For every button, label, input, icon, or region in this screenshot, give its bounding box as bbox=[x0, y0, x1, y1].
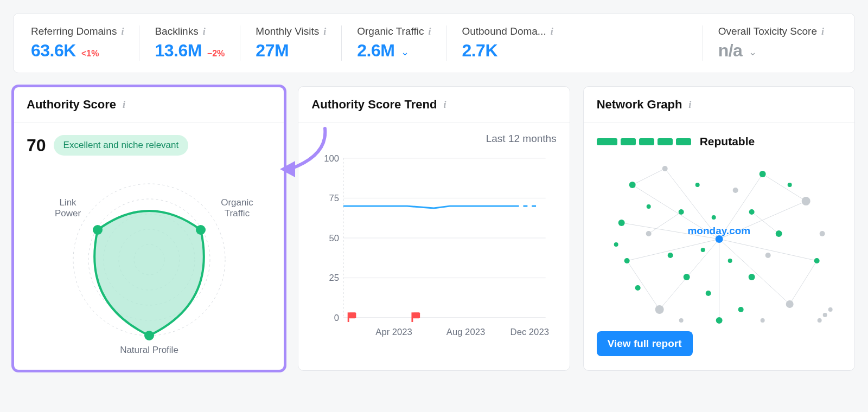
svg-line-39 bbox=[762, 174, 806, 201]
svg-point-6 bbox=[196, 225, 206, 235]
svg-text:Dec 2023: Dec 2023 bbox=[510, 327, 549, 337]
card-title: Authority Score Trend bbox=[311, 98, 437, 112]
card-authority-score: Authority Score i 70 Excellent and niche… bbox=[13, 86, 285, 371]
svg-point-51 bbox=[716, 317, 722, 324]
info-icon[interactable]: i bbox=[323, 26, 326, 37]
svg-point-60 bbox=[732, 188, 738, 193]
view-full-report-button[interactable]: View full report bbox=[597, 331, 693, 356]
card-authority-trend: Authority Score Trend i Last 12 months 1… bbox=[298, 86, 570, 371]
reputation-bar bbox=[597, 138, 691, 145]
svg-text:100: 100 bbox=[324, 153, 340, 164]
svg-rect-23 bbox=[413, 312, 420, 318]
network-graph-visual[interactable]: monday.com bbox=[597, 152, 841, 331]
flag-icon bbox=[412, 312, 420, 322]
metric-value: 27M bbox=[256, 41, 289, 61]
svg-line-35 bbox=[659, 239, 719, 310]
card-title: Network Graph bbox=[597, 98, 682, 112]
svg-point-46 bbox=[662, 166, 667, 171]
svg-point-54 bbox=[618, 220, 624, 226]
radar-axis-link-power: LinkPower bbox=[55, 197, 81, 218]
svg-point-70 bbox=[635, 285, 640, 291]
flag-icon bbox=[348, 312, 356, 322]
svg-point-74 bbox=[727, 259, 732, 263]
svg-point-75 bbox=[700, 248, 705, 252]
metrics-bar: Referring Domains i 63.6K <1% Backlinks … bbox=[13, 13, 855, 73]
svg-point-71 bbox=[760, 318, 764, 323]
svg-point-56 bbox=[646, 231, 651, 236]
svg-point-59 bbox=[695, 183, 699, 187]
info-icon[interactable]: i bbox=[443, 99, 446, 111]
svg-point-53 bbox=[624, 258, 629, 263]
info-icon[interactable]: i bbox=[121, 26, 124, 37]
info-icon[interactable]: i bbox=[123, 99, 125, 111]
reputation-label: Reputable bbox=[700, 135, 755, 148]
authority-radar-chart: LinkPower OrganicTraffic Natural Profile bbox=[27, 162, 271, 357]
info-icon[interactable]: i bbox=[203, 26, 206, 37]
metric-label: Outbound Doma... bbox=[462, 25, 546, 37]
svg-point-48 bbox=[801, 197, 810, 205]
trend-range-label: Last 12 months bbox=[486, 133, 557, 145]
svg-line-33 bbox=[719, 239, 789, 304]
svg-point-47 bbox=[759, 171, 765, 177]
svg-text:75: 75 bbox=[329, 193, 340, 203]
svg-point-72 bbox=[679, 318, 683, 323]
svg-point-64 bbox=[667, 253, 673, 258]
svg-line-41 bbox=[789, 261, 816, 304]
card-title: Authority Score bbox=[27, 98, 116, 112]
svg-point-63 bbox=[765, 253, 770, 258]
metric-organic-traffic[interactable]: Organic Traffic i 2.6M ⌄ bbox=[341, 25, 446, 61]
svg-point-69 bbox=[819, 231, 825, 236]
svg-point-78 bbox=[817, 318, 821, 323]
metric-outbound-domains: Outbound Doma... i 2.7K bbox=[446, 25, 568, 61]
svg-point-50 bbox=[786, 300, 793, 308]
svg-point-68 bbox=[787, 183, 792, 187]
network-center-label: monday.com bbox=[687, 225, 750, 237]
svg-point-7 bbox=[144, 331, 154, 340]
svg-rect-21 bbox=[349, 312, 356, 318]
info-icon[interactable]: i bbox=[428, 26, 431, 37]
svg-point-77 bbox=[822, 313, 827, 317]
svg-point-49 bbox=[814, 258, 819, 263]
svg-point-55 bbox=[678, 209, 684, 215]
svg-point-45 bbox=[629, 182, 635, 188]
metric-toxicity-score[interactable]: Overall Toxicity Score i n/a ⌄ bbox=[703, 25, 839, 61]
svg-point-58 bbox=[775, 230, 782, 237]
svg-point-79 bbox=[828, 307, 832, 312]
svg-line-36 bbox=[627, 239, 719, 261]
svg-point-57 bbox=[749, 209, 754, 215]
info-icon[interactable]: i bbox=[551, 26, 553, 37]
metric-delta: −2% bbox=[207, 49, 225, 59]
svg-text:Aug 2023: Aug 2023 bbox=[446, 327, 485, 337]
chevron-down-icon[interactable]: ⌄ bbox=[749, 46, 757, 58]
svg-rect-24 bbox=[412, 312, 413, 322]
info-icon[interactable]: i bbox=[688, 99, 691, 111]
metric-label: Referring Domains bbox=[31, 25, 117, 37]
radar-axis-organic-traffic: OrganicTraffic bbox=[221, 197, 253, 218]
svg-point-61 bbox=[683, 274, 690, 280]
svg-point-67 bbox=[646, 204, 650, 209]
metric-value: 13.6M bbox=[155, 41, 201, 61]
svg-rect-22 bbox=[348, 312, 349, 322]
info-icon[interactable]: i bbox=[821, 26, 824, 37]
svg-point-73 bbox=[614, 242, 618, 247]
svg-text:50: 50 bbox=[329, 233, 340, 243]
svg-point-62 bbox=[748, 274, 755, 280]
radar-axis-natural-profile: Natural Profile bbox=[120, 345, 178, 355]
metric-backlinks: Backlinks i 13.6M −2% bbox=[139, 25, 240, 61]
authority-score-badge: Excellent and niche relevant bbox=[54, 135, 189, 156]
metric-label: Backlinks bbox=[155, 25, 198, 37]
chevron-down-icon[interactable]: ⌄ bbox=[401, 46, 409, 58]
svg-text:0: 0 bbox=[334, 313, 339, 323]
metric-value: 2.6M bbox=[357, 41, 394, 61]
svg-text:25: 25 bbox=[329, 273, 340, 283]
card-network-graph: Network Graph i Reputable bbox=[583, 86, 855, 371]
svg-text:Apr 2023: Apr 2023 bbox=[376, 327, 413, 337]
svg-line-42 bbox=[648, 212, 681, 234]
metric-label: Overall Toxicity Score bbox=[718, 25, 817, 37]
svg-point-65 bbox=[705, 291, 711, 296]
authority-score-value: 70 bbox=[27, 136, 46, 156]
svg-point-52 bbox=[655, 305, 663, 314]
authority-trend-chart: 100 75 50 25 0 Apr 2023 Aug 2023 Dec 202… bbox=[311, 135, 556, 341]
svg-line-38 bbox=[632, 169, 665, 185]
metric-value: 63.6K bbox=[31, 41, 76, 61]
